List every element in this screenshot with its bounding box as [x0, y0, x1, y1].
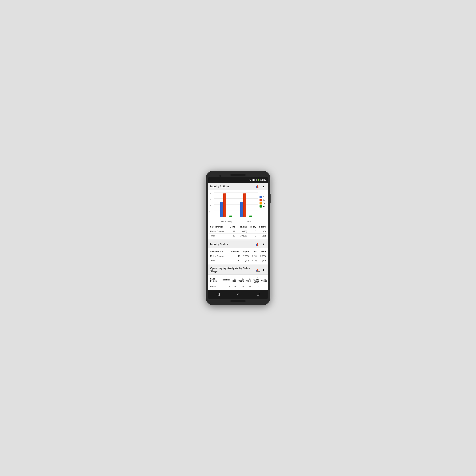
cell-melvin-today: 0: [248, 229, 257, 234]
chart-legend: D... Pe... To... Fu...: [259, 192, 267, 207]
legend-today: To...: [259, 202, 267, 204]
legend-color-future: [259, 205, 262, 207]
svg-rect-6: [258, 245, 259, 246]
status-col-open: Open: [241, 249, 250, 254]
status-col-lost: Lost: [249, 249, 258, 254]
status-total-open: 7 (70): [241, 258, 250, 263]
oi-col-cold: 5.Cold: [244, 276, 251, 284]
status-header-row: Sales Person Received Open Lost Won: [209, 249, 267, 254]
inquiry-actions-header: Inquiry Actions ▲: [208, 183, 268, 190]
cell-melvin-pending: 19 (95): [236, 229, 248, 234]
svg-rect-8: [256, 270, 257, 271]
svg-rect-0: [256, 187, 257, 188]
legend-done: D...: [259, 196, 267, 198]
collapse-btn[interactable]: ▲: [261, 184, 266, 189]
oi-col-person: SalesPerson: [209, 276, 219, 284]
svg-rect-4: [256, 244, 257, 246]
status-melvin-open: 7 (70): [241, 254, 250, 258]
oi-col-received: Received: [219, 276, 231, 284]
open-inquiry-table: SalesPerson Received 7.Hot 6.Warm 5.Cold…: [208, 274, 268, 289]
svg-rect-10: [258, 270, 259, 271]
bar-melvin-future: [229, 216, 232, 217]
divider-1: [208, 239, 268, 240]
chart-plot: [214, 192, 258, 217]
legend-color-pending: [259, 199, 262, 202]
status-collapse-btn[interactable]: ▲: [261, 242, 266, 247]
navigation-bar: ◁ ○ □: [208, 289, 268, 299]
table-row: Melvin George 12 19 (95) 0 1 (5): [209, 229, 267, 234]
table-row: Melvin George 10 7 (70) 1 (10) 2 (20): [209, 254, 267, 258]
cell-melvin-name: Melvin George: [209, 229, 228, 234]
status-total-received: 10: [228, 258, 241, 263]
cell-melvin-future: 1 (5): [257, 229, 267, 234]
legend-pending: Pe...: [259, 199, 267, 202]
chevron-up-icon: ▲: [262, 185, 265, 188]
y-label-20: 20: [209, 192, 213, 194]
status-chevron-up-icon: ▲: [262, 243, 265, 246]
phone-device: ▾▴ ▐▐▐▐ 🔋 12:29 Inquiry Actions: [206, 171, 270, 305]
y-label-0: 0: [209, 217, 213, 219]
status-total-name: Total: [209, 258, 228, 263]
bar-total-future: [249, 216, 252, 217]
open-inquiry-header-row: SalesPerson Received 7.Hot 6.Warm 5.Cold…: [209, 276, 267, 284]
status-col-received: Received: [228, 249, 241, 254]
legend-label-today: To...: [263, 202, 266, 204]
status-col-person: Sales Person: [209, 249, 228, 254]
legend-color-today: [259, 202, 262, 204]
open-inquiry-chart-btn[interactable]: [255, 268, 260, 272]
oi-col-hot: 7.Hot: [231, 276, 236, 284]
col-pending: Pending: [236, 225, 248, 229]
oi-melvin-quote: 0: [251, 284, 260, 289]
open-inquiry-chart-icon: [256, 268, 260, 272]
col-future: Future: [257, 225, 267, 229]
cell-total-name: Total: [209, 234, 228, 238]
col-sales-person: Sales Person: [209, 225, 228, 229]
oi-melvin-name: Melvin: [209, 284, 219, 289]
home-button[interactable]: ○: [233, 290, 243, 298]
legend-future: Fu...: [259, 205, 267, 207]
legend-color-done: [259, 196, 262, 198]
clock: 12:29: [260, 179, 266, 181]
bar-melvin-pending: [223, 193, 226, 217]
side-button: [270, 194, 271, 203]
open-inquiry-collapse-btn[interactable]: ▲: [261, 268, 266, 272]
status-bar: ▾▴ ▐▐▐▐ 🔋 12:29: [208, 177, 268, 183]
x-label-melvin: Melvin George: [221, 221, 233, 223]
signal-icon: ▐▐▐▐: [251, 179, 256, 181]
y-label-10: 10: [209, 205, 213, 206]
inquiry-status-buttons: ▲: [255, 242, 266, 247]
x-axis-labels: Melvin George Total: [214, 221, 258, 223]
status-chart-btn[interactable]: [255, 242, 260, 247]
chart-icon-btn[interactable]: [255, 184, 260, 189]
cell-total-done: 12: [228, 234, 236, 238]
open-inquiry-title: Open Inquiry Analysis by Sales Stage: [210, 267, 255, 273]
battery-icon: 🔋: [257, 179, 260, 181]
svg-rect-9: [257, 269, 258, 271]
status-melvin-won: 2 (20): [258, 254, 267, 258]
screen-content[interactable]: Inquiry Actions ▲: [208, 183, 268, 289]
status-chart-icon: [256, 242, 260, 246]
svg-rect-5: [257, 243, 258, 246]
oi-melvin-cold: 0: [244, 284, 251, 289]
x-label-total: Total: [247, 221, 251, 223]
legend-label-pending: Pe...: [263, 199, 267, 202]
status-col-won: Won: [258, 249, 267, 254]
back-button[interactable]: ◁: [213, 290, 223, 298]
bar-group-total: [240, 193, 252, 217]
speaker-bottom: [230, 300, 246, 302]
cell-total-pending: 19 (95): [236, 234, 248, 238]
y-label-15: 15: [209, 199, 213, 201]
status-total-won: 2 (20): [258, 258, 267, 263]
inquiry-actions-title: Inquiry Actions: [210, 185, 229, 188]
oi-col-quote: 4.QuoteGiven: [251, 276, 260, 284]
cell-total-future: 1 (5): [257, 234, 267, 238]
oi-melvin-received: 7: [219, 284, 231, 289]
recent-button[interactable]: □: [253, 290, 263, 298]
legend-label-done: D...: [263, 196, 266, 198]
table-header-row: Sales Person Done Pending Today Future: [209, 225, 267, 229]
y-label-5: 5: [209, 211, 213, 213]
status-melvin-name: Melvin George: [209, 254, 228, 258]
wifi-icon: ▾▴: [249, 179, 251, 181]
status-melvin-lost: 1 (10): [249, 254, 258, 258]
status-total-lost: 1 (10): [249, 258, 258, 263]
